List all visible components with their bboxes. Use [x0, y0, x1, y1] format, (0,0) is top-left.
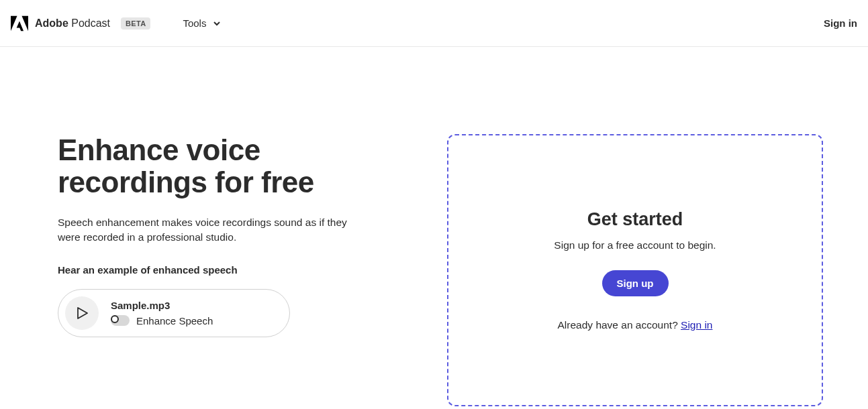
play-button[interactable] — [65, 296, 99, 330]
play-icon — [77, 307, 89, 319]
enhance-toggle-label: Enhance Speech — [136, 315, 213, 327]
sample-filename: Sample.mp3 — [111, 300, 213, 311]
svg-marker-0 — [11, 15, 17, 31]
example-label: Hear an example of enhanced speech — [58, 264, 407, 276]
tools-label: Tools — [183, 17, 206, 29]
get-started-dropzone[interactable]: Get started Sign up for a free account t… — [447, 134, 823, 406]
signin-link[interactable]: Sign in — [824, 17, 857, 29]
brand-light: Podcast — [68, 17, 110, 29]
brand-text: Adobe Podcast — [35, 17, 110, 30]
dropzone-subtitle: Sign up for a free account to begin. — [554, 239, 716, 251]
header: Adobe Podcast BETA Tools Sign in — [0, 0, 868, 47]
main-content: Enhance voice recordings for free Speech… — [0, 47, 868, 409]
svg-marker-1 — [21, 15, 28, 31]
header-left: Adobe Podcast BETA Tools — [11, 13, 226, 33]
player-info: Sample.mp3 Enhance Speech — [111, 300, 213, 327]
brand-bold: Adobe — [35, 17, 68, 29]
enhance-toggle[interactable] — [111, 315, 130, 326]
page-subtext: Speech enhancement makes voice recording… — [58, 215, 360, 245]
beta-badge: BETA — [121, 17, 150, 30]
signup-button[interactable]: Sign up — [602, 270, 669, 296]
toggle-knob-icon — [111, 315, 119, 323]
already-have-account: Already have an account? Sign in — [558, 319, 713, 331]
signin-inline-link[interactable]: Sign in — [681, 319, 712, 331]
adobe-logo-icon — [11, 15, 28, 32]
sample-player: Sample.mp3 Enhance Speech — [58, 289, 290, 337]
chevron-down-icon — [213, 19, 221, 27]
page-title: Enhance voice recordings for free — [58, 134, 407, 199]
dropzone-title: Get started — [587, 209, 683, 230]
hero-column: Enhance voice recordings for free Speech… — [58, 134, 407, 406]
svg-marker-2 — [17, 21, 23, 31]
tools-menu[interactable]: Tools — [177, 13, 226, 33]
already-prefix: Already have an account? — [558, 319, 681, 331]
dropzone-column: Get started Sign up for a free account t… — [447, 134, 823, 406]
brand-logo-block[interactable]: Adobe Podcast BETA — [11, 15, 150, 32]
svg-marker-3 — [78, 308, 87, 318]
enhance-toggle-row: Enhance Speech — [111, 315, 213, 327]
